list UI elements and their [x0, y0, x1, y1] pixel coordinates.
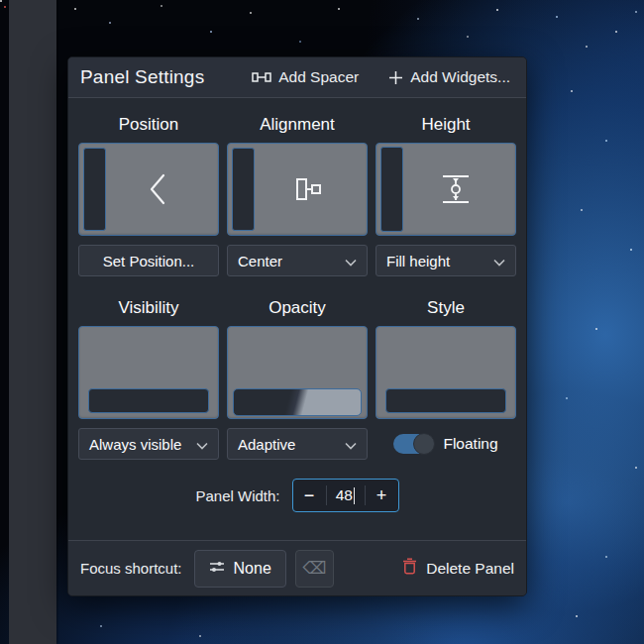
opacity-preview[interactable]: [227, 326, 368, 419]
increment-button[interactable]: +: [366, 480, 398, 511]
floating-label: Floating: [443, 435, 497, 453]
panel-width-value: 48: [336, 486, 353, 504]
alignment-section-label: Alignment: [227, 108, 368, 143]
opacity-dropdown[interactable]: Adaptive: [227, 428, 368, 460]
delete-panel-label: Delete Panel: [426, 560, 514, 578]
add-spacer-label: Add Spacer: [278, 68, 359, 86]
set-position-label: Set Position...: [103, 253, 195, 269]
visibility-dropdown[interactable]: Always visible: [78, 428, 219, 460]
position-preview[interactable]: [78, 143, 219, 236]
set-position-button[interactable]: Set Position...: [78, 245, 219, 276]
height-preview[interactable]: [376, 143, 516, 236]
height-dropdown[interactable]: Fill height: [376, 245, 516, 276]
style-section-label: Style: [376, 291, 516, 326]
position-section-label: Position: [78, 108, 219, 143]
add-widgets-button[interactable]: Add Widgets...: [384, 64, 514, 90]
panel-settings-dialog: Panel Settings Add Spacer Add Widgets...: [67, 56, 527, 596]
add-spacer-button[interactable]: Add Spacer: [248, 64, 363, 90]
configure-shortcut-icon: [209, 560, 225, 578]
resize-height-icon: [396, 144, 515, 235]
height-section-label: Height: [376, 108, 516, 143]
plus-icon: [388, 70, 403, 85]
backspace-icon: ⌫: [302, 558, 326, 579]
toggle-knob: [413, 433, 435, 455]
visibility-panel-thumb: [88, 388, 209, 413]
panel-width-value-field[interactable]: 48: [327, 486, 365, 504]
trash-icon: [402, 558, 417, 579]
spacer-icon: [252, 70, 271, 84]
delete-panel-button[interactable]: Delete Panel: [402, 558, 514, 579]
alignment-value: Center: [238, 253, 282, 269]
alignment-preview[interactable]: [227, 143, 368, 236]
decrement-button[interactable]: −: [293, 480, 326, 511]
shortcut-button[interactable]: None: [194, 550, 286, 588]
visibility-section-label: Visibility: [78, 291, 219, 326]
shortcut-value: None: [234, 560, 271, 578]
chevron-down-icon: [345, 436, 357, 453]
opacity-section-label: Opacity: [227, 291, 368, 326]
panel-width-label: Panel Width:: [195, 487, 279, 504]
clear-shortcut-button[interactable]: ⌫: [295, 550, 334, 588]
chevron-down-icon: [345, 253, 357, 269]
vertical-panel[interactable]: [9, 0, 56, 644]
style-preview[interactable]: [376, 326, 516, 419]
dialog-body: Position Alignment Height: [68, 98, 526, 540]
add-widgets-label: Add Widgets...: [410, 68, 510, 86]
opacity-panel-thumb: [233, 388, 362, 416]
visibility-value: Always visible: [89, 436, 181, 453]
floating-toggle[interactable]: [393, 433, 435, 455]
dialog-header: Panel Settings Add Spacer Add Widgets...: [68, 57, 526, 98]
chevron-left-icon: [99, 144, 218, 235]
height-value: Fill height: [386, 253, 450, 269]
panel-width-spinbox[interactable]: − 48 +: [292, 479, 399, 512]
star-field: [0, 0, 2, 2]
dialog-footer: Focus shortcut: None ⌫: [68, 540, 526, 595]
chevron-down-icon: [196, 436, 208, 453]
dialog-title: Panel Settings: [80, 66, 204, 88]
text-cursor: [354, 487, 356, 504]
focus-shortcut-label: Focus shortcut:: [80, 560, 182, 577]
opacity-value: Adaptive: [238, 436, 295, 453]
visibility-preview[interactable]: [78, 326, 219, 419]
style-panel-thumb: [385, 388, 506, 413]
chevron-down-icon: [493, 253, 505, 269]
align-widgets-icon: [248, 144, 367, 235]
alignment-dropdown[interactable]: Center: [227, 245, 368, 276]
